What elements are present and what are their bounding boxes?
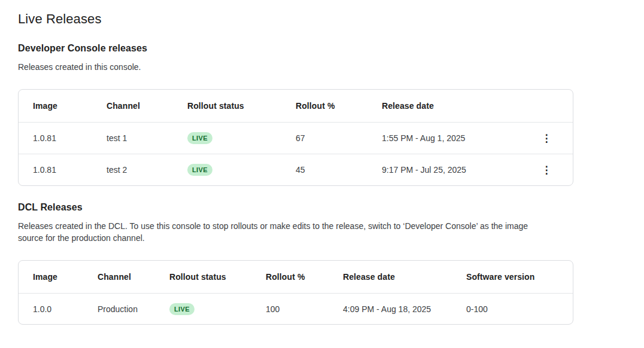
page-title: Live Releases xyxy=(18,11,573,27)
rollout-status-cell: LIVE xyxy=(187,164,296,176)
channel-cell: test 2 xyxy=(107,165,187,175)
live-status-badge: LIVE xyxy=(187,164,212,176)
rollout-status-cell: LIVE xyxy=(187,132,296,144)
date-cell: 4:09 PM - Aug 18, 2025 xyxy=(343,304,466,314)
kebab-menu-icon[interactable]: ⋮ xyxy=(538,161,555,178)
section-description: Releases created in this console. xyxy=(18,61,551,73)
section-developer-console-releases: Developer Console releases Releases crea… xyxy=(18,42,573,186)
row-actions-cell: ⋮ xyxy=(534,130,573,146)
table-header-row: ImageChannelRollout statusRollout %Relea… xyxy=(19,90,573,122)
image-cell: 1.0.81 xyxy=(33,165,107,175)
date-cell: 9:17 PM - Jul 25, 2025 xyxy=(382,165,534,175)
kebab-menu-icon[interactable]: ⋮ xyxy=(538,130,555,146)
rollout-status-cell: LIVE xyxy=(169,303,266,315)
table-row: 1.0.81test 1LIVE671:55 PM - Aug 1, 2025⋮ xyxy=(19,122,573,154)
live-releases-page: Live Releases Developer Console releases… xyxy=(18,0,573,348)
column-header: Rollout % xyxy=(266,272,343,282)
image-cell: 1.0.0 xyxy=(33,304,98,314)
column-header: Software version xyxy=(466,272,573,282)
section-heading: DCL Releases xyxy=(18,202,573,213)
column-header: Rollout % xyxy=(296,101,382,111)
live-status-badge: LIVE xyxy=(169,303,195,315)
live-status-badge: LIVE xyxy=(187,132,212,144)
rollout-cell: 67 xyxy=(296,133,382,143)
section-dcl-releases: DCL Releases Releases created in the DCL… xyxy=(18,202,573,325)
row-actions-cell: ⋮ xyxy=(534,161,573,178)
rollout-cell: 100 xyxy=(266,304,343,314)
rollout-cell: 45 xyxy=(296,165,382,175)
image-cell: 1.0.81 xyxy=(33,133,107,143)
column-header: Rollout status xyxy=(169,272,266,282)
software-version-cell: 0-100 xyxy=(466,304,573,314)
table-header-row: ImageChannelRollout statusRollout %Relea… xyxy=(19,261,573,293)
channel-cell: test 1 xyxy=(107,133,187,143)
channel-cell: Production xyxy=(98,304,169,314)
date-cell: 1:55 PM - Aug 1, 2025 xyxy=(382,133,534,143)
column-header: Channel xyxy=(98,272,169,282)
section-heading: Developer Console releases xyxy=(18,42,573,54)
developer-console-releases-table: ImageChannelRollout statusRollout %Relea… xyxy=(18,89,573,186)
column-header: Image xyxy=(33,272,98,282)
column-header: Channel xyxy=(107,101,187,111)
column-header: Image xyxy=(33,101,107,111)
dcl-releases-table: ImageChannelRollout statusRollout %Relea… xyxy=(18,260,573,325)
column-header: Rollout status xyxy=(187,101,296,111)
table-row: 1.0.81test 2LIVE459:17 PM - Jul 25, 2025… xyxy=(19,154,573,185)
column-header: Release date xyxy=(382,101,534,111)
column-header: Release date xyxy=(343,272,466,282)
section-description: Releases created in the DCL. To use this… xyxy=(18,220,551,244)
table-row: 1.0.0ProductionLIVE1004:09 PM - Aug 18, … xyxy=(19,293,573,324)
